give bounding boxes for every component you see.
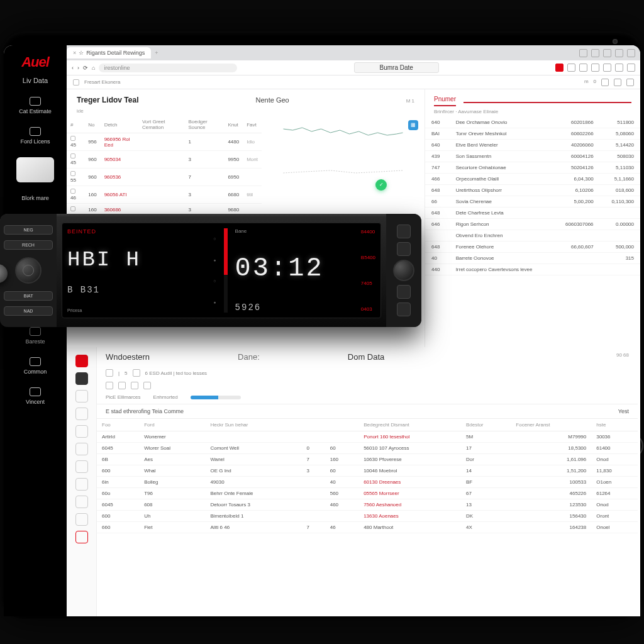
bookmark-icon[interactable]: [601, 79, 609, 86]
browser-tab[interactable]: × ☆ Rigants Detail Rewings: [67, 47, 151, 58]
rail-icon[interactable]: [75, 460, 88, 473]
rail-icon[interactable]: [75, 408, 88, 420]
table-row[interactable]: 640Etve Berd Weneler402060605,14420: [425, 140, 640, 151]
table-row[interactable]: 648Dete Charfrese Levta: [425, 208, 640, 219]
table-row[interactable]: 6045Wiorer SoalComont Well06056010 107 A…: [97, 443, 638, 454]
table-row[interactable]: 640Dee Orchamae Onovio60201866511800: [425, 117, 640, 128]
checkbox-icon[interactable]: [73, 79, 79, 86]
tool-icon[interactable]: [131, 382, 138, 389]
table-row[interactable]: 747Secoriore Onhabionae502041265,11030: [425, 162, 640, 174]
column-header[interactable]: Heckr Sun behar: [205, 419, 301, 431]
device-btn[interactable]: BIAT: [4, 291, 53, 301]
column-header[interactable]: Detch: [101, 116, 138, 133]
rail-icon[interactable]: [75, 513, 88, 526]
table-row[interactable]: BAITorxr Orever Meshnkol606022665,08060: [425, 128, 640, 140]
sidebar-item-vincent[interactable]: Vincent: [4, 381, 67, 411]
table-row[interactable]: Obvend Ero Enchren: [425, 230, 640, 242]
rail-icon[interactable]: [75, 390, 88, 402]
tab-primary[interactable]: Pnumer: [434, 96, 456, 106]
column-header[interactable]: hste: [591, 419, 638, 431]
back-icon[interactable]: ‹: [72, 65, 74, 71]
device-side-btn[interactable]: [397, 242, 411, 256]
info-badge[interactable]: ▦: [408, 120, 418, 130]
tool-icon[interactable]: [118, 382, 126, 389]
status-dot[interactable]: ✓: [375, 179, 387, 191]
sidebar-item-common[interactable]: Common: [4, 351, 67, 381]
bookmark-action[interactable]: 0: [594, 79, 596, 86]
tool-icon[interactable]: [106, 369, 113, 377]
table-row[interactable]: 40Barrete Oonovoe315: [425, 253, 640, 264]
bookmark-icon[interactable]: [626, 79, 634, 86]
column-header[interactable]: Focener Aranst: [511, 419, 591, 431]
tool-icon[interactable]: [133, 369, 140, 377]
ext-icon[interactable]: [591, 64, 599, 72]
minimize-icon[interactable]: [579, 49, 587, 57]
column-header[interactable]: Bedegrecht Dismant: [358, 419, 461, 431]
bookmark-label[interactable]: Fresart Ekonera: [84, 79, 120, 85]
reload-icon[interactable]: ⟳: [83, 65, 88, 71]
table-row[interactable]: 439Son Sassmentn60004126508030: [425, 151, 640, 162]
column-header[interactable]: Favt: [243, 116, 262, 133]
rail-icon[interactable]: [75, 478, 88, 491]
device-side-btn[interactable]: [397, 225, 411, 238]
device-side-btn[interactable]: [397, 303, 411, 316]
ext-icon[interactable]: [603, 64, 611, 72]
rail-icon[interactable]: [75, 443, 88, 455]
rail-icon[interactable]: [75, 425, 88, 438]
column-header[interactable]: Vort Greet Cemation: [138, 116, 184, 133]
device-side-btn[interactable]: [397, 285, 411, 299]
table-row[interactable]: 66Sovia Cherenae5,00,2000,110,300: [425, 196, 640, 208]
column-header[interactable]: Bdestor: [461, 419, 511, 431]
table-row[interactable]: 6inBolleg490304060130 DreenaesBF100533O1…: [97, 477, 638, 488]
table-row[interactable]: 4616096056 ATI36680titil: [67, 186, 262, 204]
table-row[interactable]: 600WhalOE G Ind36010046 Moebrol141,51,20…: [97, 465, 638, 477]
device-btn[interactable]: NEG: [4, 225, 53, 235]
rail-icon-alert[interactable]: [75, 531, 88, 543]
tool-icon[interactable]: [143, 382, 151, 389]
bookmark-icon[interactable]: [614, 79, 621, 86]
column-header[interactable]: Ford: [139, 419, 205, 431]
device-side-knob[interactable]: [393, 260, 414, 281]
table-row[interactable]: 648Uretirthoss Olipshorr6,10206018,600: [425, 185, 640, 196]
column-header[interactable]: Foo: [97, 419, 139, 431]
close-tab-icon[interactable]: ×: [73, 50, 76, 56]
column-header[interactable]: Knut: [224, 116, 243, 133]
table-row[interactable]: 60oT96Behrr Onte Female56005565 Morrseer…: [97, 488, 638, 499]
table-row[interactable]: 6BAesWanel716010630 PfovereseDor1,61.096…: [97, 454, 638, 465]
table-row[interactable]: 6045608Detoorr Tosaurs 34607560 Aeshanoe…: [97, 499, 638, 511]
column-header[interactable]: [325, 419, 358, 431]
table-row[interactable]: 660FietAliti 6 46746480 Marthoot4X164238…: [97, 522, 638, 533]
table-row[interactable]: 646Rigon Serhcon60603070660.00000: [425, 219, 640, 230]
bookmark-action[interactable]: m: [584, 79, 589, 86]
device-btn[interactable]: RECH: [4, 240, 53, 250]
chrome-icon[interactable]: [591, 49, 599, 57]
chrome-icon[interactable]: [615, 49, 623, 57]
new-tab-icon[interactable]: +: [151, 50, 162, 56]
rail-icon[interactable]: [75, 372, 88, 385]
rail-icon[interactable]: [75, 496, 88, 508]
chrome-icon[interactable]: [627, 49, 635, 57]
column-header[interactable]: #: [67, 116, 84, 133]
table-row[interactable]: 600UhBimentolbeld 113630 AoenaesDK156430…: [97, 511, 638, 522]
sidebar-item-estimate[interactable]: Cat Estimate: [4, 91, 67, 121]
menu-icon[interactable]: [627, 64, 635, 72]
ext-icon[interactable]: [579, 64, 587, 72]
sidebar-item-license[interactable]: Ford Licens: [4, 121, 67, 151]
table-row[interactable]: 45956966956 Rol Eed14480Idio: [67, 133, 262, 151]
table-row[interactable]: 648Forenee Olehore66,60,607500,000: [425, 242, 640, 253]
sidebar-item-mare[interactable]: Blork mare: [4, 189, 67, 208]
ext-icon[interactable]: [567, 64, 575, 72]
chrome-icon[interactable]: [603, 49, 611, 57]
table-row[interactable]: 5596096053676950: [67, 169, 262, 186]
rail-icon-record[interactable]: [75, 355, 88, 367]
record-icon[interactable]: [555, 64, 564, 72]
table-row[interactable]: 466Orpecomathe Olaill6,04,3005,1,1660: [425, 174, 640, 185]
home-icon[interactable]: ⌂: [92, 65, 95, 71]
table-row[interactable]: 4596090503439950Mont: [67, 151, 262, 169]
forward-icon[interactable]: ›: [77, 65, 79, 71]
column-header[interactable]: [301, 419, 325, 431]
column-header[interactable]: No: [84, 116, 100, 133]
url-input[interactable]: irestonline: [99, 64, 237, 72]
table-row[interactable]: ArtirldWonemerPonort 160 tesesthol5MM799…: [97, 431, 638, 443]
ext-icon[interactable]: [615, 64, 623, 72]
